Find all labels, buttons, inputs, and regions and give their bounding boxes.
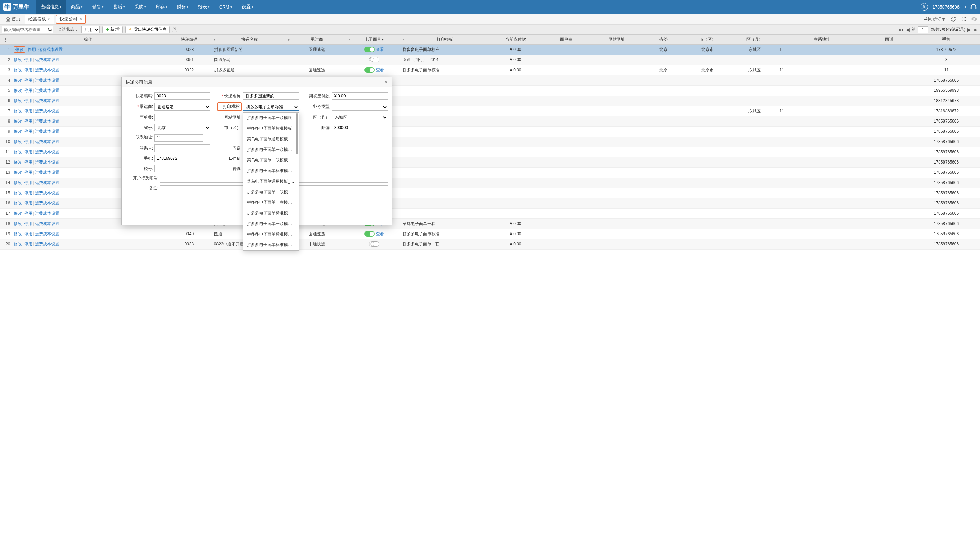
dropdown-item[interactable]: 菜鸟电子面单通用模板: [243, 134, 299, 145]
modal-title: 快递公司信息: [126, 79, 152, 85]
dropdown-item[interactable]: 拼多多电子面单一联模板_tr: [243, 145, 299, 155]
inp-name[interactable]: [243, 92, 299, 100]
dropdown-item[interactable]: 拼多多电子面单一联模板_m: [243, 218, 299, 229]
lbl-print: 打印模板:: [217, 102, 242, 111]
lbl-email: E-mail:: [217, 156, 242, 161]
lbl-tel: 固话:: [217, 145, 242, 151]
inp-due[interactable]: [332, 92, 388, 100]
lbl-biztype: 业务类型:: [306, 104, 331, 110]
lbl-fee: 面单费:: [128, 115, 153, 121]
lbl-dist: 区（县）:: [306, 115, 331, 121]
print-template-dropdown: 拼多多电子面单一联模板拼多多电子面单标准模板菜鸟电子面单通用模板拼多多电子面单一…: [243, 112, 299, 250]
inp-contact[interactable]: [154, 145, 210, 152]
lbl-prov: 省份:: [128, 125, 153, 131]
dropdown-item[interactable]: 拼多多电子面单标准模板_m: [243, 165, 299, 176]
lbl-bank: 开户行及账号:: [128, 175, 158, 181]
dropdown-item[interactable]: 菜鸟电子面单通用模板_map: [243, 176, 299, 187]
lbl-remark: 备注:: [128, 185, 158, 191]
dropdown-item[interactable]: 拼多多电子面单标准模板_gi: [243, 208, 299, 218]
dropdown-item[interactable]: 拼多多电子面单一联模板_m: [243, 187, 299, 197]
inp-addr[interactable]: [154, 134, 203, 142]
lbl-tax: 税号:: [128, 166, 153, 172]
sel-carrier[interactable]: 圆通速递: [154, 103, 210, 111]
lbl-addr: 联系地址:: [128, 134, 153, 140]
inp-mobile[interactable]: [154, 155, 210, 162]
lbl-fax: 传真:: [217, 166, 242, 172]
dropdown-item[interactable]: 拼多多电子面单一联模板_gi: [243, 197, 299, 208]
inp-fee[interactable]: [154, 114, 210, 121]
sel-dist[interactable]: 东城区: [332, 114, 388, 121]
lbl-name: 快递名称:: [217, 93, 242, 99]
dropdown-item[interactable]: 拼多多电子面单标准模板_m: [243, 229, 299, 240]
lbl-zip: 邮编:: [306, 125, 331, 131]
dropdown-item[interactable]: 拼多多电子面单标准模板: [243, 123, 299, 134]
modal-close-icon[interactable]: ×: [385, 79, 388, 85]
lbl-carrier: 承运商:: [128, 104, 153, 110]
lbl-url: 网站网址:: [217, 115, 242, 121]
sel-biztype[interactable]: [332, 103, 388, 111]
dropdown-item[interactable]: 拼多多电子面单一联模板: [243, 113, 299, 123]
dropdown-item[interactable]: 拼多多电子面单标准模板_m: [243, 240, 299, 250]
dropdown-scrollbar[interactable]: [296, 113, 298, 154]
inp-code[interactable]: [154, 92, 210, 100]
sel-print-template[interactable]: 拼多多电子面单标准: [243, 103, 299, 111]
sel-prov[interactable]: 北京: [154, 124, 210, 132]
dropdown-item[interactable]: 菜鸟电子面单一联模板: [243, 155, 299, 165]
inp-zip[interactable]: [332, 124, 388, 132]
lbl-mobile: 手机:: [128, 156, 153, 161]
lbl-due: 期初应付款:: [306, 93, 331, 99]
lbl-code: 快递编码:: [128, 93, 153, 99]
lbl-contact: 联系人:: [128, 145, 153, 151]
inp-tax[interactable]: [154, 165, 210, 172]
lbl-city: 市（区）:: [217, 125, 242, 131]
